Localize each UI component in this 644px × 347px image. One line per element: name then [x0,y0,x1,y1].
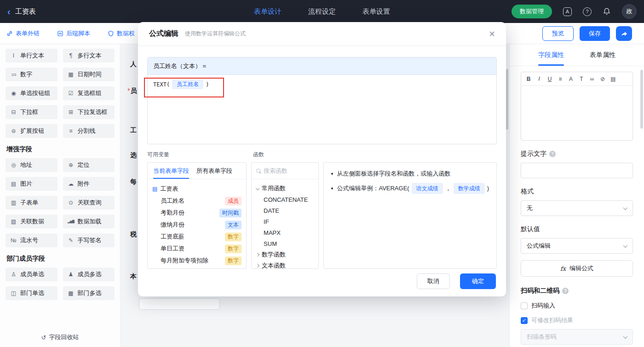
field-chip-lookup[interactable]: ⊙关联查询 [63,196,115,210]
field-chip-extend-button[interactable]: ⊜扩展按钮 [6,124,58,138]
field-recycle-bin[interactable]: ↺ 字段回收站 [0,333,120,341]
bold-icon[interactable]: B [525,76,532,82]
back-icon[interactable]: ‹ [7,7,11,16]
tab-current-form-fields[interactable]: 当前表单字段 [153,163,189,179]
form-external-link[interactable]: 表单外链 [6,29,40,38]
field-name: 员工姓名 [161,197,184,205]
data-manage-button[interactable]: 数据管理 [512,5,552,18]
confirm-button[interactable]: 确定 [460,273,496,289]
data-permission[interactable]: 数据权 [108,29,135,38]
checkbox-unchecked[interactable] [521,302,528,309]
field-chip-dept-multi[interactable]: ▩部门多选 [63,286,115,300]
field-chip-divider[interactable]: ≡分割线 [63,124,115,138]
function-mapx[interactable]: MAPX [256,227,314,238]
rich-text-editor[interactable]: B I U ≡ A T ∞ ⊘ ▤ [521,72,633,141]
field-chip-serial-number[interactable]: №流水号 [6,233,58,247]
edit-formula-button[interactable]: fx 编辑公式 [521,260,633,277]
save-button[interactable]: 保存 [580,26,610,41]
field-chip-multi-line-text[interactable]: ¶多行文本 [63,49,115,63]
tab-form-settings[interactable]: 表单设置 [362,7,390,16]
tab-form-design[interactable]: 表单设计 [254,7,282,16]
chip-label: 扩展按钮 [20,127,44,135]
function-sum[interactable]: SUM [256,238,314,249]
translate-icon[interactable]: A [563,7,572,16]
field-row-employee-name[interactable]: 员工姓名 成员 [152,195,242,207]
field-chip-member-single[interactable]: ♙成员单选 [6,267,58,281]
scan-input-checkbox-row[interactable]: 扫码输入 [521,301,633,310]
format-label: 格式 [521,188,633,196]
field-chip-location[interactable]: ⊕定位 [63,158,115,172]
link-icon[interactable]: ∞ [589,76,595,82]
field-chip-linked-data[interactable]: ▧关联数据 [6,215,58,228]
format-select[interactable]: 无 [521,200,633,216]
field-row-payment-month[interactable]: 缴纳月份 文本 [152,219,242,231]
field-row-base-salary[interactable]: 工资底薪 数字 [152,231,242,243]
font-color-icon[interactable]: A [568,76,574,82]
function-concatenate[interactable]: CONCATENATE [256,194,314,205]
function-if[interactable]: IF [256,216,314,227]
italic-icon[interactable]: I [536,75,542,82]
modify-scan-result-checkbox-row[interactable]: ✓ 可修改扫码结果 [521,316,633,324]
tab-form-properties[interactable]: 表单属性 [590,44,615,66]
bell-icon[interactable] [603,7,611,16]
field-row-daily-wage[interactable]: 单日工资 数字 [152,243,242,255]
form-root-node[interactable]: ▤ 工资表 [152,183,242,195]
field-chip-subform[interactable]: ▥子表单 [6,196,58,210]
field-chip-multi-dropdown[interactable]: ⊞下拉复选框 [63,105,115,119]
field-chip-radio-group[interactable]: ◉单选按钮组 [6,86,58,100]
cancel-button[interactable]: 取消 [417,273,450,289]
hint-text-input[interactable] [521,163,633,178]
group-math-functions[interactable]: 数学函数 [256,249,314,260]
group-text-functions[interactable]: 文本函数 [256,260,314,269]
panel-scrollbar[interactable] [640,70,643,129]
tab-field-properties[interactable]: 字段属性 [538,44,564,66]
field-chip-datetime[interactable]: ▦日期时间 [63,68,115,81]
barcode-select[interactable]: 扫描条形码 [521,329,633,345]
field-chip-image[interactable]: ▤图片 [6,177,58,191]
formula-field-chip[interactable]: 员工姓名 [172,80,203,89]
basic-fields-grid: I单行文本 ¶多行文本 123数字 ▦日期时间 ◉单选按钮组 ☑复选框组 ⊟下拉… [6,49,115,138]
field-row-monthly-deduction[interactable]: 每月附加专项扣除 数字 [152,255,242,267]
close-icon[interactable]: × [489,29,495,39]
clear-format-icon[interactable]: ⊘ [599,76,606,82]
avatar[interactable]: 政 [622,4,637,19]
field-chip-number[interactable]: 123数字 [6,68,58,81]
tab-process-settings[interactable]: 流程设定 [308,7,336,16]
canvas-scrollbar[interactable] [506,69,508,130]
field-chip-member-multi[interactable]: ♟成员多选 [63,267,115,281]
align-icon[interactable]: ≡ [557,76,564,82]
share-button[interactable] [616,26,632,41]
field-chip-dropdown[interactable]: ⊟下拉框 [6,105,58,119]
function-search-input[interactable]: 搜索函数 [252,163,318,179]
field-chip-attachment[interactable]: ☁附件 [63,177,115,191]
font-size-icon[interactable]: T [578,76,585,82]
backend-script[interactable]: 后端脚本 [57,29,90,38]
canvas-field-input[interactable] [139,298,220,310]
underline-icon[interactable]: U [546,76,553,82]
group-common-functions[interactable]: 常用函数 [256,183,314,194]
scan-help-icon[interactable]: ? [562,288,569,294]
preview-button[interactable]: 预览 [542,26,574,41]
function-date[interactable]: DATE [256,205,314,216]
group-label: 数学函数 [262,250,286,259]
field-chip-checkbox-group[interactable]: ☑复选框组 [63,86,115,100]
recycle-icon: ↺ [41,334,46,341]
dropdown-icon: ⊟ [10,109,17,115]
field-chip-single-line-text[interactable]: I单行文本 [6,49,58,63]
chip-label: 数据加载 [78,217,102,226]
field-chip-address[interactable]: ◎地址 [6,158,58,172]
field-chip-data-load[interactable]: ▂▅▇数据加载 [63,215,115,228]
help-icon[interactable]: ? [583,7,592,16]
insert-image-icon[interactable]: ▤ [610,76,616,82]
field-chip-signature[interactable]: ✎手写签名 [63,233,115,247]
hint-help-icon[interactable]: ? [549,151,556,157]
format-select-value: 无 [527,204,533,212]
multi-line-text-icon: ¶ [68,52,75,59]
field-row-attendance-month[interactable]: 考勤月份 时间戳 [152,207,242,219]
field-chip-dept-single[interactable]: ◫部门单选 [6,286,58,300]
chevron-down-icon [623,334,628,339]
default-value-select[interactable]: 公式编辑 [521,238,633,254]
checkbox-checked[interactable]: ✓ [521,317,528,324]
formula-editor[interactable]: TEXT( 员工姓名 ) [148,75,496,144]
tab-all-form-fields[interactable]: 所有表单字段 [196,163,232,179]
